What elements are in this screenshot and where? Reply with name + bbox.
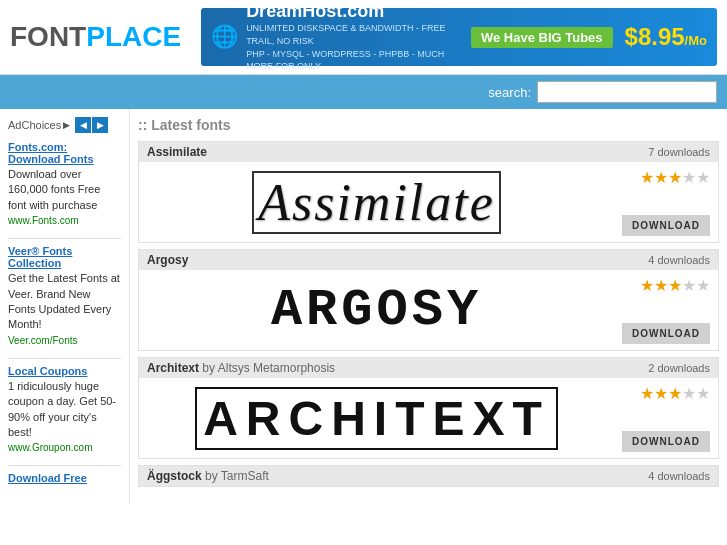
adchoices-label: AdChoices xyxy=(8,119,61,131)
main-layout: AdChoices ▶ ◀ ▶ Fonts.com: Download Font… xyxy=(0,109,727,504)
font-entry-assimilate: Assimilate 7 downloads Assimilate ★ ★ ★ … xyxy=(138,141,719,243)
sidebar-ad-veer-link[interactable]: Veer® Fonts Collection xyxy=(8,245,121,269)
sidebar-ad-coupons: Local Coupons 1 ridiculously huge coupon… xyxy=(8,365,121,454)
font-entry-architext: Architext by Altsys Metamorphosis 2 down… xyxy=(138,357,719,459)
star-5: ★ xyxy=(696,276,710,295)
sidebar-divider-1 xyxy=(8,238,121,239)
font-body-argosy: ARGOSY ★ ★ ★ ★ ★ DOWNLOAD xyxy=(139,270,718,350)
download-button-assimilate[interactable]: DOWNLOAD xyxy=(622,215,710,236)
sidebar-ad-fonts: Fonts.com: Download Fonts Download over … xyxy=(8,141,121,226)
logo-place: PLACE xyxy=(86,21,181,52)
banner-price: $8.95/Mo xyxy=(625,23,707,51)
banner-domain: DreamHost.com xyxy=(246,1,459,22)
star-2: ★ xyxy=(654,384,668,403)
sidebar-ad-download: Download Free xyxy=(8,472,121,484)
sidebar-ad-coupons-desc: 1 ridiculously huge coupon a day. Get 50… xyxy=(8,379,121,441)
banner-icon: 🌐 xyxy=(211,24,238,50)
searchbar: search: xyxy=(0,75,727,109)
star-2: ★ xyxy=(654,168,668,187)
star-4: ★ xyxy=(682,168,696,187)
stars-argosy: ★ ★ ★ ★ ★ xyxy=(640,276,710,295)
next-arrow[interactable]: ▶ xyxy=(92,117,108,133)
font-by-aggstock: by TarmSaft xyxy=(205,469,269,483)
star-4: ★ xyxy=(682,276,696,295)
star-1: ★ xyxy=(640,276,654,295)
sidebar-ad-veer-url[interactable]: Veer.com/Fonts xyxy=(8,335,121,346)
banner-ad[interactable]: 🌐 DreamHost.com UNLIMITED DISKSPACE & BA… xyxy=(201,8,717,66)
adchoices: AdChoices ▶ ◀ ▶ xyxy=(8,117,121,133)
font-by-architext: by Altsys Metamorphosis xyxy=(202,361,335,375)
adchoices-icon: ▶ xyxy=(63,120,70,130)
star-3: ★ xyxy=(668,168,682,187)
search-input[interactable] xyxy=(537,81,717,103)
section-title-prefix: :: xyxy=(138,117,151,133)
star-5: ★ xyxy=(696,384,710,403)
sidebar-ad-coupons-url[interactable]: www.Groupon.com xyxy=(8,442,121,453)
download-button-argosy[interactable]: DOWNLOAD xyxy=(622,323,710,344)
font-header-aggstock: Äggstock by TarmSaft 4 downloads xyxy=(139,466,718,486)
font-preview-text-architext: ARCHITEXT xyxy=(195,387,558,450)
sidebar-divider-3 xyxy=(8,465,121,466)
download-button-architext[interactable]: DOWNLOAD xyxy=(622,431,710,452)
sidebar-ad-veer: Veer® Fonts Collection Get the Latest Fo… xyxy=(8,245,121,346)
star-1: ★ xyxy=(640,168,654,187)
font-actions-assimilate: ★ ★ ★ ★ ★ DOWNLOAD xyxy=(614,162,718,242)
search-label: search: xyxy=(488,85,531,100)
sidebar-ad-veer-desc: Get the Latest Fonts at Veer. Brand New … xyxy=(8,271,121,333)
banner-description: UNLIMITED DISKSPACE & BANDWIDTH - FREE T… xyxy=(246,22,459,72)
font-preview-argosy: ARGOSY xyxy=(139,273,614,348)
sidebar-ad-fonts-url[interactable]: www.Fonts.com xyxy=(8,215,121,226)
sidebar-ad-coupons-link[interactable]: Local Coupons xyxy=(8,365,121,377)
font-downloads-argosy: 4 downloads xyxy=(648,254,710,266)
prev-arrow[interactable]: ◀ xyxy=(75,117,91,133)
header: FONTPLACE 🌐 DreamHost.com UNLIMITED DISK… xyxy=(0,0,727,75)
sidebar-ad-download-link[interactable]: Download Free xyxy=(8,472,121,484)
star-4: ★ xyxy=(682,384,696,403)
sidebar: AdChoices ▶ ◀ ▶ Fonts.com: Download Font… xyxy=(0,109,130,504)
stars-assimilate: ★ ★ ★ ★ ★ xyxy=(640,168,710,187)
font-body-architext: ARCHITEXT ★ ★ ★ ★ ★ DOWNLOAD xyxy=(139,378,718,458)
sidebar-ad-fonts-desc: Download over 160,000 fonts Free font wi… xyxy=(8,167,121,213)
font-preview-text-assimilate: Assimilate xyxy=(252,171,501,234)
banner-offer: We Have BIG Tubes xyxy=(471,27,613,48)
font-name-architext: Architext by Altsys Metamorphosis xyxy=(147,361,335,375)
font-header-argosy: Argosy 4 downloads xyxy=(139,250,718,270)
content: :: Latest fonts Assimilate 7 downloads A… xyxy=(130,109,727,504)
sidebar-divider-2 xyxy=(8,358,121,359)
font-header-architext: Architext by Altsys Metamorphosis 2 down… xyxy=(139,358,718,378)
star-3: ★ xyxy=(668,276,682,295)
stars-architext: ★ ★ ★ ★ ★ xyxy=(640,384,710,403)
star-5: ★ xyxy=(696,168,710,187)
sidebar-ad-fonts-link[interactable]: Fonts.com: Download Fonts xyxy=(8,141,121,165)
font-name-aggstock: Äggstock by TarmSaft xyxy=(147,469,269,483)
font-name-argosy: Argosy xyxy=(147,253,188,267)
nav-arrows: ◀ ▶ xyxy=(74,117,108,133)
font-actions-argosy: ★ ★ ★ ★ ★ DOWNLOAD xyxy=(614,270,718,350)
font-downloads-architext: 2 downloads xyxy=(648,362,710,374)
font-downloads-assimilate: 7 downloads xyxy=(648,146,710,158)
font-body-assimilate: Assimilate ★ ★ ★ ★ ★ DOWNLOAD xyxy=(139,162,718,242)
font-header-assimilate: Assimilate 7 downloads xyxy=(139,142,718,162)
font-entry-argosy: Argosy 4 downloads ARGOSY ★ ★ ★ ★ ★ DOWN… xyxy=(138,249,719,351)
font-name-assimilate: Assimilate xyxy=(147,145,207,159)
banner-content: DreamHost.com UNLIMITED DISKSPACE & BAND… xyxy=(246,1,459,72)
section-title: :: Latest fonts xyxy=(138,117,719,133)
font-actions-architext: ★ ★ ★ ★ ★ DOWNLOAD xyxy=(614,378,718,458)
font-preview-architext: ARCHITEXT xyxy=(139,379,614,458)
font-preview-assimilate: Assimilate xyxy=(139,163,614,242)
font-entry-aggstock: Äggstock by TarmSaft 4 downloads xyxy=(138,465,719,487)
font-preview-text-argosy: ARGOSY xyxy=(271,281,482,340)
star-2: ★ xyxy=(654,276,668,295)
logo-font: FONT xyxy=(10,21,86,52)
font-downloads-aggstock: 4 downloads xyxy=(648,470,710,482)
star-1: ★ xyxy=(640,384,654,403)
section-title-text: Latest fonts xyxy=(151,117,230,133)
logo: FONTPLACE xyxy=(10,21,181,53)
star-3: ★ xyxy=(668,384,682,403)
